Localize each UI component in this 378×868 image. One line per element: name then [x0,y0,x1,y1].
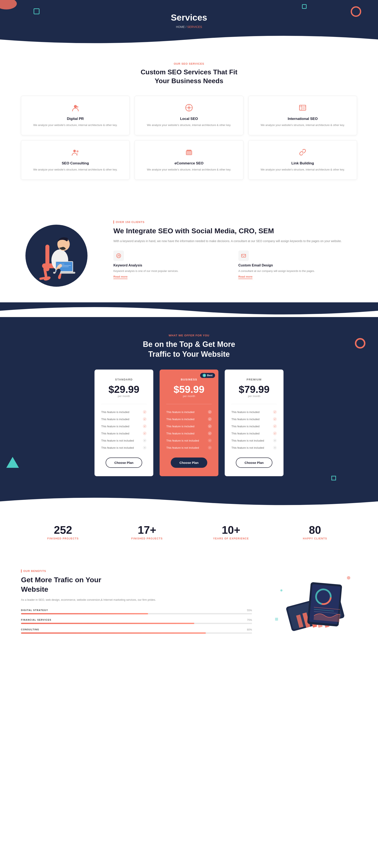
email-design-icon [238,250,249,261]
skill-bar-bg-digital [21,613,252,614]
plan-period-premium: per month [231,395,277,398]
feature-item: This feature is not included ✕ [101,437,147,444]
stat-number-252: 252 [21,525,105,535]
breadcrumb-home[interactable]: HOME [176,25,185,29]
integrate-image [21,209,101,290]
feature-item: This feature is included ✓ [231,430,277,437]
feature-item: This feature is included ✓ [231,415,277,423]
skill-bar-fill-financial [21,623,194,624]
plan-period-business: per month [166,395,212,398]
feature-item: This feature is not included ✕ [166,444,212,451]
wave-top-pricing [0,302,378,317]
skill-percent-financial: 75% [247,619,252,621]
choose-plan-standard[interactable]: Choose Plan [106,458,143,468]
dashboard-illustration [269,569,357,637]
seo-consulting-icon [27,148,124,158]
skill-name-digital: DIGITAL STRATEGY [21,609,48,612]
feature-item: This feature is included ✓ [101,430,147,437]
plan-features-premium: This feature is included ✓ This feature … [231,408,277,451]
breadcrumb: HOME / SERVICES [4,25,374,29]
intl-seo-icon [254,103,351,114]
feature-item: This feature is included ✓ [166,408,212,415]
service-card-seo-consulting: SEO Consulting We analyze your website's… [21,140,130,180]
page-title: Services [4,12,374,23]
pricing-section: WHAT WE OFFER FOR YOU Be on the Top & Ge… [0,317,378,493]
plan-name-standard: STANDARD [101,378,147,381]
svg-point-12 [76,150,78,152]
local-seo-icon [141,103,237,114]
deco-ring [355,338,366,348]
svg-point-53 [280,589,282,591]
stat-label-252: FINISHED PROJECTS [21,537,105,540]
pricing-grid: STANDARD $29.99 per month This feature i… [94,370,284,476]
service-desc-intl-seo: We analyze your website's structure, int… [254,123,351,127]
page-header: Services HOME / SERVICES [0,0,378,45]
service-card-link-building: Link Building We analyze your website's … [248,140,357,180]
feature-item: This feature is included ✓ [101,423,147,430]
stat-label-17: FINISHED PROJECTS [105,537,189,540]
svg-rect-54 [275,618,278,621]
service-card-digital-pr: Digital PR We analyze your website's str… [21,96,130,135]
badge-check-icon: ✓ [203,374,206,377]
deco-pink-oval [0,0,17,9]
feature-email-title: Custom Email Design [238,264,357,267]
stat-finished-projects-2: 17+ FINISHED PROJECTS [105,525,189,540]
benefits-title: Get More Trafic on YourWebsite [21,575,252,594]
benefits-desc: As a leader in SEO, web design, ecommerc… [21,597,252,602]
breadcrumb-current: SERVICES [187,25,202,29]
plan-name-premium: PREMIUM [231,378,277,381]
pricing-title: Be on the Top & Get MoreTraffic to Your … [21,340,357,359]
svg-point-1 [77,106,78,108]
plan-divider-standard [101,404,147,404]
svg-point-0 [74,105,77,108]
services-grid: Digital PR We analyze your website's str… [21,96,357,180]
feature-item: This feature is not included ✕ [101,444,147,451]
svg-point-13 [77,154,78,154]
seo-services-section: OUR SEO SERVICES Custom SEO Services Tha… [0,45,378,196]
deco-teal-rect-2 [302,4,307,9]
benefits-label: OUR BENEFITS [21,569,252,572]
link-building-icon [254,148,351,158]
integrate-content: OVER 150 CLIENTS We Integrate SEO with S… [114,220,357,278]
feature-item: This feature is included ✓ [166,415,212,423]
service-card-local-seo: Local SEO We analyze your website's stru… [135,96,243,135]
service-desc-local-seo: We analyze your website's structure, int… [141,123,237,127]
feature-item: This feature is included ✓ [166,423,212,430]
feature-item: This feature is included ✓ [166,430,212,437]
plan-features-standard: This feature is included ✓ This feature … [101,408,147,451]
stat-label-80: HAPPY CLIENTS [273,537,357,540]
integrate-section: OVER 150 CLIENTS We Integrate SEO with S… [0,196,378,302]
benefits-content: OUR BENEFITS Get More Trafic on YourWebs… [21,569,252,638]
plan-features-business: This feature is included ✓ This feature … [166,408,212,451]
service-card-ecommerce: eCommerce SEO We analyze your website's … [135,140,243,180]
feature-keyword-readmore[interactable]: Read more [114,275,127,279]
pricing-card-standard: STANDARD $29.99 per month This feature i… [94,370,153,476]
skill-bar-bg-consulting [21,632,252,634]
feature-item: This feature is included ✓ [101,415,147,423]
plan-divider-premium [231,404,277,404]
service-name-seo-consulting: SEO Consulting [27,161,124,165]
deco-square [332,476,336,480]
stat-number-10: 10+ [189,525,273,535]
integrate-desc: With a keyword analysis in hand, we now … [114,239,357,244]
feature-item: This feature is not included ✕ [231,437,277,444]
service-name-link-building: Link Building [254,161,351,165]
choose-plan-business[interactable]: Choose Plan [171,458,208,468]
service-desc-link-building: We analyze your website's structure, int… [254,167,351,172]
integrate-title: We Integrate SEO with Social Media, CRO,… [114,226,357,236]
digital-pr-icon [27,103,124,114]
feature-keyword-title: Keyword Analysis [114,264,232,267]
stat-number-17: 17+ [105,525,189,535]
ecommerce-icon [141,148,237,158]
skill-bars: DIGITAL STRATEGY 55% FINANCIAL SERVICES … [21,609,252,634]
feature-keyword-desc: Keyword analysis is one of our most popu… [114,269,232,273]
deco-triangle [6,457,19,468]
integrate-label: OVER 150 CLIENTS [114,220,357,224]
feature-item: This feature is not included ✕ [231,444,277,451]
service-name-ecommerce: eCommerce SEO [141,161,237,165]
svg-rect-37 [242,254,246,257]
choose-plan-premium[interactable]: Choose Plan [236,458,273,468]
benefits-image [269,569,357,638]
feature-email-readmore[interactable]: Read more [238,275,252,279]
feature-email-design: Custom Email Design A consultant at our … [238,250,357,279]
